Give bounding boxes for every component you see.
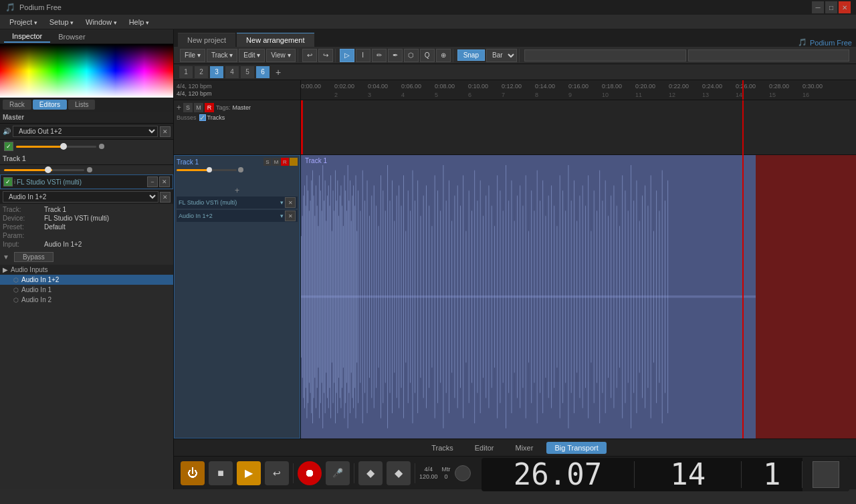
tab-inspector[interactable]: Inspector [4, 31, 50, 43]
menu-setup[interactable]: Setup [44, 17, 79, 27]
master-s-button[interactable]: S [183, 103, 193, 112]
view-menu-button[interactable]: View ▾ [266, 49, 295, 62]
audio-out-select[interactable]: Audio Out 1+2 [13, 126, 158, 137]
track1-pan[interactable] [238, 167, 243, 172]
master-pan-knob[interactable] [99, 144, 104, 149]
midi-button-1[interactable]: ◆ [358, 461, 383, 485]
tab-tracks[interactable]: Tracks [423, 442, 461, 454]
snap-button[interactable]: Snap [457, 49, 485, 61]
bar-select[interactable]: Bar [486, 49, 517, 62]
track1-input-collapse[interactable]: ▾ [280, 213, 284, 219]
tracks-checkbox[interactable]: ✓ [199, 114, 206, 121]
busses-tag-button[interactable]: Busses [177, 114, 197, 121]
tab-browser[interactable]: Browser [50, 31, 93, 42]
maximize-button[interactable]: □ [825, 1, 837, 13]
ruler-mark-6: 0:12.00 [502, 83, 522, 90]
track-menu-button[interactable]: Track ▾ [207, 49, 237, 62]
menu-project[interactable]: Project [4, 17, 43, 27]
tab-rack[interactable]: Rack [3, 100, 31, 110]
play-button[interactable]: ▶ [237, 461, 261, 485]
param-grid: Track: Track 1 Device: FL Studio VSTi (m… [0, 205, 173, 249]
track-num-2[interactable]: 2 [195, 66, 208, 78]
track-num-6[interactable]: 6 [256, 66, 270, 78]
track1-input-remove[interactable]: ✕ [285, 211, 296, 221]
track1-lane[interactable]: Track 1 [301, 155, 856, 438]
tab-editor[interactable]: Editor [467, 442, 502, 454]
bpm-main: 4/4, 120 bpm [177, 90, 298, 97]
mic-button[interactable]: 🎤 [326, 461, 350, 485]
track1-volume-slider[interactable] [4, 169, 84, 171]
input-row: Audio In 1+2 ✕ [0, 190, 173, 204]
track-num-3[interactable]: 3 [210, 66, 223, 78]
master-tag-row-2: Busses ✓ Tracks [177, 114, 298, 121]
track1-pan-knob[interactable] [87, 167, 92, 172]
color-picker[interactable] [0, 44, 173, 98]
master-volume-slider[interactable] [16, 146, 96, 148]
track1-smr-buttons: S M R [263, 158, 298, 166]
track1-yellow-button[interactable] [290, 158, 298, 166]
tool-pencil-button[interactable]: ✏ [372, 49, 387, 62]
power-button[interactable]: ⏻ [181, 461, 205, 485]
ruler-mark-0: 0:00.00 [301, 83, 321, 90]
tab-new-project[interactable]: New project [178, 33, 235, 47]
minimize-button[interactable]: ─ [812, 1, 824, 13]
device-enable-checkbox[interactable]: ✓ [3, 177, 13, 186]
master-r-button[interactable]: R [205, 103, 214, 112]
master-tag-button[interactable]: Master [233, 104, 251, 111]
rewind-button[interactable]: ↩ [265, 461, 289, 485]
tab-editors[interactable]: Editors [33, 100, 67, 110]
undo-button[interactable]: ↩ [302, 49, 317, 62]
tool-zoom-button[interactable]: ⊕ [436, 49, 451, 62]
master-m-button[interactable]: M [194, 103, 203, 112]
add-track-button[interactable]: + [177, 103, 181, 112]
tool-cursor-button[interactable]: I [356, 49, 370, 62]
bypass-button[interactable]: Bypass [14, 252, 54, 262]
track1-device-remove[interactable]: ✕ [285, 197, 296, 208]
bottom-tabs-bar: Tracks Editor Mixer Big Transport [174, 438, 856, 456]
tab-big-transport[interactable]: Big Transport [546, 442, 606, 454]
tab-mixer[interactable]: Mixer [508, 442, 542, 454]
master-lane[interactable] [301, 100, 856, 155]
audio-input-item-1[interactable]: ⬡ Audio In 1 [0, 285, 173, 295]
track-num-5[interactable]: 5 [241, 66, 254, 78]
track1-m-button[interactable]: M [272, 158, 280, 166]
track1-add-button[interactable]: + [177, 186, 298, 195]
record-button[interactable]: ⏺ [298, 461, 322, 485]
stop-button[interactable]: ■ [209, 461, 233, 485]
tracks-tag-group[interactable]: ✓ Tracks [199, 114, 225, 121]
audio-input-item-2[interactable]: ⬡ Audio In 2 [0, 295, 173, 305]
close-button[interactable]: ✕ [839, 1, 851, 13]
master-remove-button[interactable]: ✕ [160, 126, 171, 137]
tab-lists[interactable]: Lists [68, 100, 96, 110]
track1-input-select[interactable]: Audio In 1+2 [3, 191, 158, 203]
redo-button[interactable]: ↪ [318, 49, 333, 62]
track-num-add[interactable]: + [272, 66, 285, 78]
track1-device-collapse[interactable]: ▾ [280, 199, 284, 206]
toolbar: File ▾ Track ▾ Edit ▾ View ▾ ↩ ↪ ▷ I ✏ ✒… [174, 47, 856, 64]
menu-window[interactable]: Window [80, 17, 122, 27]
track1-s-button[interactable]: S [263, 158, 272, 166]
track-num-4[interactable]: 4 [225, 66, 239, 78]
audio-input-item-1plus2[interactable]: ⬡ Audio In 1+2 [0, 275, 173, 285]
tab-new-arrangement[interactable]: New arrangement [237, 33, 314, 47]
input-remove-button[interactable]: ✕ [160, 192, 171, 203]
midi-button-2[interactable]: ◆ [387, 461, 411, 485]
ruler-mark-7: 0:14.00 [535, 83, 555, 90]
edit-menu-button[interactable]: Edit ▾ [239, 49, 265, 62]
track-num-1[interactable]: 1 [179, 66, 193, 78]
audio-inputs-header[interactable]: ▶ Audio Inputs [0, 265, 173, 275]
tool-q-button[interactable]: Q [420, 49, 435, 62]
audio-icon: 🔊 [3, 128, 11, 135]
tool-play-button[interactable]: ▷ [340, 49, 354, 62]
menu-help[interactable]: Help [124, 17, 154, 27]
track1-fader-slider[interactable] [177, 169, 237, 171]
file-menu-button[interactable]: File ▾ [180, 49, 205, 62]
tool-pen-button[interactable]: ✒ [388, 49, 403, 62]
master-enable-checkbox[interactable]: ✓ [4, 142, 13, 151]
device-remove-button[interactable]: ✕ [159, 176, 170, 187]
tool-eraser-button[interactable]: ⬡ [404, 49, 419, 62]
freq-knob[interactable] [455, 465, 471, 481]
tags-label: Tags: [216, 104, 231, 111]
track1-r-button[interactable]: R [281, 158, 289, 166]
device-minus-button[interactable]: − [147, 176, 158, 187]
